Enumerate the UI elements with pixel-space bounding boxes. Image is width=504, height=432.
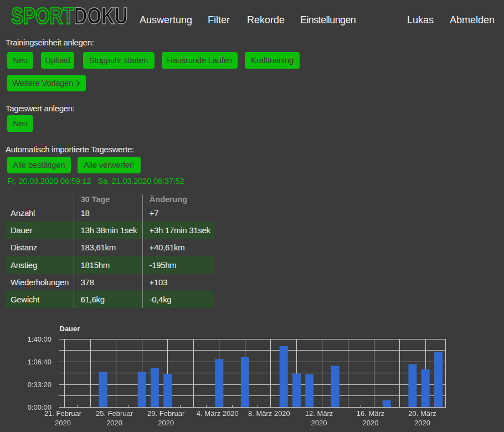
svg-text:2020: 2020 xyxy=(158,419,174,427)
svg-text:20. März: 20. März xyxy=(408,409,436,418)
svg-text:1:40:00: 1:40:00 xyxy=(28,335,52,343)
svg-text:2020: 2020 xyxy=(106,419,122,427)
svg-text:2020: 2020 xyxy=(311,419,327,427)
svg-text:Dauer: Dauer xyxy=(60,325,80,333)
svg-text:25. Februar: 25. Februar xyxy=(96,409,133,418)
svg-text:1:06:40: 1:06:40 xyxy=(28,358,52,366)
svg-text:2020: 2020 xyxy=(363,419,379,427)
svg-text:29. Februar: 29. Februar xyxy=(147,409,185,418)
svg-text:12. März: 12. März xyxy=(305,409,333,418)
svg-text:0:33:20: 0:33:20 xyxy=(28,380,52,389)
svg-text:16. März: 16. März xyxy=(357,409,385,418)
svg-text:2020: 2020 xyxy=(414,419,430,427)
svg-text:21. Februar: 21. Februar xyxy=(44,409,82,418)
svg-text:2020: 2020 xyxy=(55,419,71,427)
svg-text:4. März 2020: 4. März 2020 xyxy=(197,409,239,418)
svg-text:8. März 2020: 8. März 2020 xyxy=(248,409,290,418)
